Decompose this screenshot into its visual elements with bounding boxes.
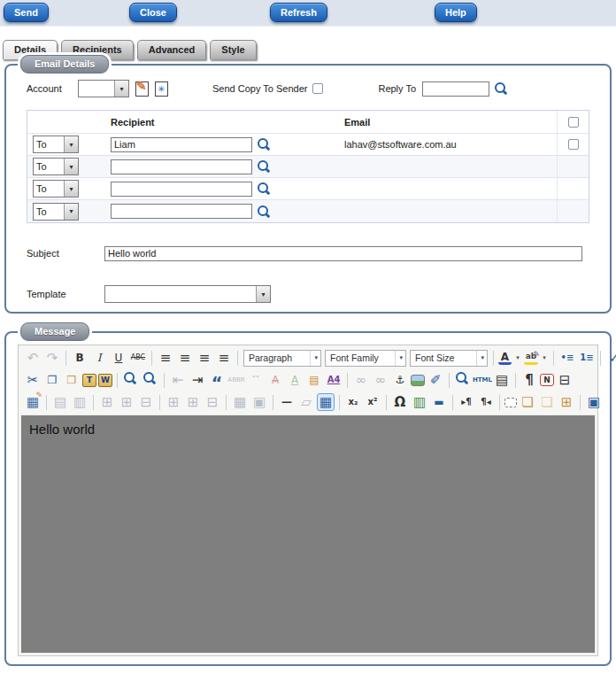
insert-link-icon[interactable]: ∞ [352,371,370,389]
refresh-button[interactable]: Refresh [270,3,327,22]
fullscreen-icon[interactable]: ▣ [585,393,603,411]
insert-table-icon[interactable]: ▦ [24,393,42,411]
reply-to-input[interactable] [422,81,489,97]
text-color-icon[interactable]: A [498,351,512,365]
superscript-icon[interactable]: x² [364,393,381,411]
insert-row-after-icon[interactable]: ⊞ [118,393,135,411]
tab-advanced[interactable]: Advanced [137,40,207,59]
recipient-search-icon[interactable] [256,182,270,196]
inserted-text-icon[interactable]: A [286,371,304,389]
align-right-icon[interactable]: ≡ [196,349,213,367]
special-character-icon[interactable]: Ω [391,393,409,411]
subscript-icon[interactable]: x₂ [344,393,362,411]
page-break-icon[interactable]: ⊟ [556,371,574,389]
absolute-position-icon[interactable]: ⊞ [558,393,575,411]
recipient-checkbox[interactable] [568,139,579,150]
recipient-input[interactable] [111,204,252,219]
recipient-type-select[interactable]: To▾ [33,136,79,153]
remove-formatting-icon[interactable]: ▱ [297,393,315,411]
abbreviation-icon[interactable]: ABBR [227,371,245,389]
highlight-color-icon[interactable]: ab [524,352,538,365]
subject-input[interactable] [104,246,582,261]
paste-from-word-icon[interactable]: W [98,374,112,387]
attributes-icon[interactable]: ▤ [305,371,323,389]
bullet-list-icon[interactable]: •≡ [558,349,576,367]
split-cells-icon[interactable]: ▦ [231,393,249,411]
text-color-arrow-icon[interactable]: ▾ [513,349,522,367]
send-copy-checkbox[interactable] [312,83,323,94]
right-to-left-icon[interactable]: ¶◂ [477,393,495,411]
visual-characters-icon[interactable]: ¶ [520,371,538,389]
copy-icon[interactable]: ❐ [43,371,61,389]
style-properties-icon[interactable]: A4 [325,371,343,389]
paste-as-text-icon[interactable]: T [82,374,96,387]
quotation-icon[interactable]: “” [247,371,265,389]
nonbreaking-space-icon[interactable]: N [540,374,554,386]
align-left-icon[interactable]: ≡ [157,349,174,367]
editor-canvas[interactable]: Hello world [20,414,596,654]
help-button[interactable]: Help [435,3,477,22]
numbered-list-icon[interactable]: 1≡ [578,349,596,367]
move-forward-icon[interactable]: ❏ [519,393,536,411]
insert-media-icon[interactable]: ▥ [411,393,428,411]
cleanup-code-icon[interactable]: ✐ [427,371,444,389]
reply-to-search-icon[interactable] [493,81,507,96]
tab-style[interactable]: Style [210,40,256,59]
font-size-select[interactable]: Font Size▾ [410,350,488,367]
deleted-text-icon[interactable]: A [266,371,284,389]
spellcheck-icon[interactable]: ✓ [605,349,616,367]
recipient-input[interactable] [111,182,252,197]
outdent-icon[interactable]: ⇤ [169,371,187,389]
insert-row-before-icon[interactable]: ⊞ [98,393,116,411]
bold-icon[interactable]: B [71,349,89,367]
advanced-hr-icon[interactable]: ▬ [430,393,448,411]
delete-row-icon[interactable]: ⊟ [137,393,155,411]
undo-icon[interactable]: ↶ [24,349,42,367]
template-select[interactable]: ▾ [104,285,271,303]
blockquote-icon[interactable]: “ [208,371,226,389]
source-code-icon[interactable]: HTML [474,371,491,389]
anchor-icon[interactable]: ⚓ [391,371,409,389]
insert-column-before-icon[interactable]: ⊞ [165,393,182,411]
align-center-icon[interactable]: ≡ [176,349,194,367]
move-backward-icon[interactable]: ❏ [538,393,556,411]
select-all-checkbox[interactable] [568,117,579,128]
new-account-icon[interactable]: ✳ [155,81,168,97]
insert-image-icon[interactable] [411,375,425,386]
recipient-input[interactable] [111,137,252,152]
edit-account-icon[interactable]: ✎ [135,81,149,97]
recipient-search-icon[interactable] [256,137,270,151]
remove-link-icon[interactable]: ∞ [372,371,389,389]
merge-cells-icon[interactable]: ▣ [250,393,268,411]
recipient-type-select[interactable]: To▾ [33,158,79,175]
italic-icon[interactable]: I [90,349,108,367]
align-justify-icon[interactable]: ≡ [215,349,233,367]
account-select[interactable]: ▾ [78,80,129,97]
insert-layer-icon[interactable] [504,398,517,407]
highlight-color-arrow-icon[interactable]: ▾ [540,349,549,367]
send-button[interactable]: Send [4,3,49,22]
font-family-select[interactable]: Font Family▾ [325,350,406,367]
table-row-properties-icon[interactable]: ▤ [51,393,69,411]
table-cell-properties-icon[interactable]: ▥ [71,393,89,411]
recipient-type-select[interactable]: To▾ [33,203,79,221]
close-button[interactable]: Close [129,3,177,22]
cut-icon[interactable]: ✂ [24,371,42,389]
paste-icon[interactable]: ❒ [63,371,81,389]
format-select[interactable]: Paragraph▾ [243,350,321,367]
indent-icon[interactable]: ⇥ [189,371,206,389]
recipient-search-icon[interactable] [256,205,270,219]
find-replace-icon[interactable] [142,371,159,389]
toggle-guidelines-icon[interactable]: ▦ [317,393,335,411]
print-icon[interactable]: ▤ [493,371,511,389]
recipient-search-icon[interactable] [256,159,270,174]
strikethrough-icon[interactable]: ABC [129,349,147,367]
horizontal-rule-icon[interactable]: — [278,393,296,411]
delete-column-icon[interactable]: ⊟ [204,393,221,411]
find-icon[interactable] [122,371,140,389]
preview-icon[interactable] [454,371,472,389]
recipient-type-select[interactable]: To▾ [33,180,79,198]
underline-icon[interactable]: U [110,349,127,367]
redo-icon[interactable]: ↷ [43,349,61,367]
recipient-input[interactable] [111,159,252,174]
